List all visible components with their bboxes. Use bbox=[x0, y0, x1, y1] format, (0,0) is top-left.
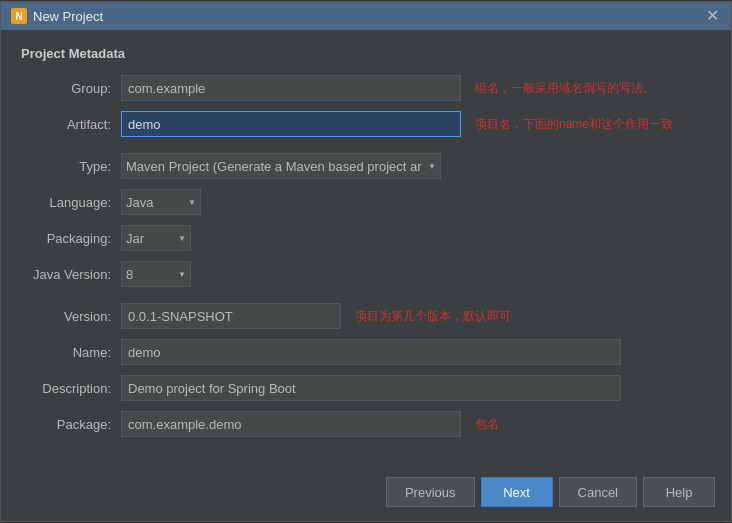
new-project-dialog: N New Project ✕ Project Metadata Group: … bbox=[0, 1, 732, 522]
group-control: 组名，一般采用域名倒写的写法。 bbox=[121, 75, 711, 101]
name-input[interactable] bbox=[121, 339, 621, 365]
type-control: Maven Project (Generate a Maven based pr… bbox=[121, 153, 711, 179]
version-control: 项目为第几个版本，默认即可 bbox=[121, 303, 711, 329]
help-button[interactable]: Help bbox=[643, 477, 715, 507]
section-title: Project Metadata bbox=[21, 46, 711, 61]
packaging-select[interactable]: Jar War bbox=[121, 225, 191, 251]
java-version-select[interactable]: 8 11 17 bbox=[121, 261, 191, 287]
version-label: Version: bbox=[21, 309, 121, 324]
java-version-control: 8 11 17 bbox=[121, 261, 711, 287]
dialog-footer: Previous Next Cancel Help bbox=[1, 467, 731, 521]
next-button[interactable]: Next bbox=[481, 477, 553, 507]
packaging-control: Jar War bbox=[121, 225, 711, 251]
description-input[interactable] bbox=[121, 375, 621, 401]
java-version-label: Java Version: bbox=[21, 267, 121, 282]
package-annotation: 包名 bbox=[475, 416, 499, 433]
artifact-control: 项目名，下面的name和这个作用一致 bbox=[121, 111, 711, 137]
name-label: Name: bbox=[21, 345, 121, 360]
language-label: Language: bbox=[21, 195, 121, 210]
package-label: Package: bbox=[21, 417, 121, 432]
version-row: Version: 项目为第几个版本，默认即可 bbox=[21, 303, 711, 329]
artifact-annotation: 项目名，下面的name和这个作用一致 bbox=[475, 116, 673, 133]
version-input[interactable] bbox=[121, 303, 341, 329]
app-icon: N bbox=[11, 8, 27, 24]
packaging-label: Packaging: bbox=[21, 231, 121, 246]
java-version-row: Java Version: 8 11 17 bbox=[21, 261, 711, 287]
packaging-row: Packaging: Jar War bbox=[21, 225, 711, 251]
name-control bbox=[121, 339, 711, 365]
description-label: Description: bbox=[21, 381, 121, 396]
language-select[interactable]: Java Kotlin Groovy bbox=[121, 189, 201, 215]
type-label: Type: bbox=[21, 159, 121, 174]
package-row: Package: 包名 bbox=[21, 411, 711, 437]
dialog-body: Project Metadata Group: 组名，一般采用域名倒写的写法。 … bbox=[1, 30, 731, 457]
type-select[interactable]: Maven Project (Generate a Maven based pr… bbox=[121, 153, 441, 179]
dialog-title: New Project bbox=[33, 9, 103, 24]
language-select-container: Java Kotlin Groovy bbox=[121, 189, 201, 215]
title-bar-left: N New Project bbox=[11, 8, 103, 24]
group-row: Group: 组名，一般采用域名倒写的写法。 bbox=[21, 75, 711, 101]
version-annotation: 项目为第几个版本，默认即可 bbox=[355, 308, 511, 325]
java-version-select-container: 8 11 17 bbox=[121, 261, 191, 287]
name-row: Name: bbox=[21, 339, 711, 365]
close-button[interactable]: ✕ bbox=[704, 8, 721, 24]
artifact-label: Artifact: bbox=[21, 117, 121, 132]
cancel-button[interactable]: Cancel bbox=[559, 477, 637, 507]
group-annotation: 组名，一般采用域名倒写的写法。 bbox=[475, 80, 655, 97]
artifact-input[interactable] bbox=[121, 111, 461, 137]
packaging-select-container: Jar War bbox=[121, 225, 191, 251]
group-label: Group: bbox=[21, 81, 121, 96]
package-control: 包名 bbox=[121, 411, 711, 437]
package-input[interactable] bbox=[121, 411, 461, 437]
title-bar: N New Project ✕ bbox=[1, 2, 731, 30]
description-row: Description: bbox=[21, 375, 711, 401]
previous-button[interactable]: Previous bbox=[386, 477, 475, 507]
language-row: Language: Java Kotlin Groovy bbox=[21, 189, 711, 215]
group-input[interactable] bbox=[121, 75, 461, 101]
description-control bbox=[121, 375, 711, 401]
artifact-row: Artifact: 项目名，下面的name和这个作用一致 bbox=[21, 111, 711, 137]
type-row: Type: Maven Project (Generate a Maven ba… bbox=[21, 153, 711, 179]
language-control: Java Kotlin Groovy bbox=[121, 189, 711, 215]
type-select-container: Maven Project (Generate a Maven based pr… bbox=[121, 153, 441, 179]
